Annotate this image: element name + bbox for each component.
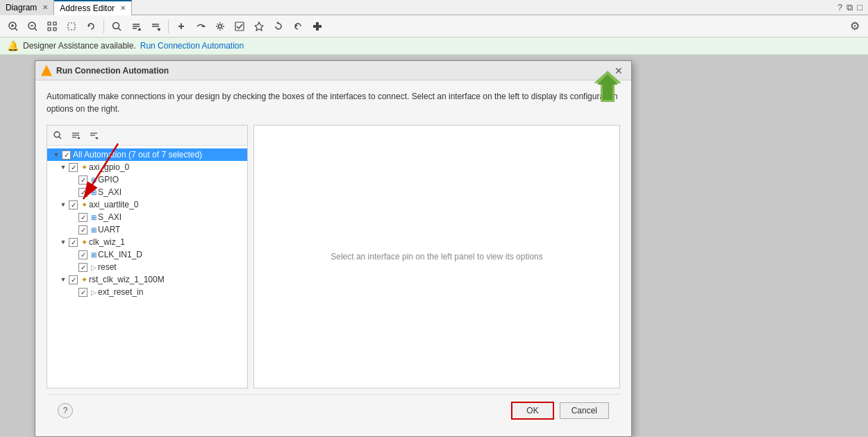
- rotate-button[interactable]: [82, 18, 100, 35]
- axi-gpio-0-arrow[interactable]: ▼: [60, 164, 67, 171]
- select-button[interactable]: [62, 18, 81, 35]
- saxi-gpio-checkbox[interactable]: [78, 188, 87, 197]
- uart-pin-icon: ⊞: [91, 226, 97, 234]
- clk-wiz-1-arrow[interactable]: ▼: [60, 239, 67, 246]
- svg-point-32: [54, 132, 60, 137]
- undo-button[interactable]: [289, 18, 307, 35]
- root-checkbox[interactable]: [62, 151, 71, 160]
- help-button[interactable]: ?: [58, 403, 73, 418]
- svg-point-13: [113, 22, 119, 28]
- svg-rect-11: [68, 23, 75, 30]
- left-panel-toolbar: [47, 126, 247, 146]
- rst-clk-wiz-arrow[interactable]: ▼: [60, 276, 67, 283]
- clk-wiz-1-icon: ✦: [81, 238, 87, 247]
- tree-item-uart[interactable]: ⊞ UART: [47, 223, 247, 236]
- dialog-titlebar: Run Connection Automation ✕: [35, 61, 631, 80]
- svg-rect-9: [48, 28, 51, 31]
- assist-icon: 🔔: [7, 40, 19, 51]
- tab-address-editor[interactable]: Address Editor ✕: [54, 0, 132, 15]
- left-panel-search-button[interactable]: [50, 128, 65, 142]
- main-area: Run Connection Automation ✕ Automaticall…: [0, 55, 868, 436]
- svg-rect-8: [53, 22, 56, 25]
- axi-uartlite-0-checkbox[interactable]: [69, 200, 78, 209]
- svg-rect-24: [235, 22, 244, 31]
- axi-gpio-0-icon: ✦: [81, 163, 87, 172]
- axi-gpio-0-checkbox[interactable]: [69, 163, 78, 172]
- zoom-in-button[interactable]: [4, 18, 22, 35]
- tree-item-reset[interactable]: ▷ reset: [47, 261, 247, 273]
- tab-bar-right: ? ⧉ □: [837, 2, 868, 13]
- svg-line-1: [15, 28, 17, 31]
- uart-label: UART: [98, 225, 120, 234]
- gpio-pin-icon: ⊞: [91, 176, 97, 184]
- tab-address-editor-close[interactable]: ✕: [120, 4, 126, 12]
- axi-uartlite-0-icon: ✦: [81, 200, 87, 209]
- tree-item-ext-reset-in[interactable]: ▷ ext_reset_in: [47, 286, 247, 298]
- axi-uartlite-0-arrow[interactable]: ▼: [60, 201, 67, 208]
- svg-line-33: [59, 137, 61, 139]
- tab-diagram-close[interactable]: ✕: [42, 3, 48, 11]
- left-panel-expand-button[interactable]: [86, 128, 101, 142]
- maximize-icon[interactable]: □: [857, 2, 862, 12]
- clk-wiz-1-checkbox[interactable]: [69, 238, 78, 247]
- rst-clk-wiz-checkbox[interactable]: [69, 275, 78, 284]
- tree-item-s-axi-gpio[interactable]: ⊞ S_AXI: [47, 186, 247, 198]
- vivado-logo: [594, 71, 621, 104]
- tab-diagram-label: Diagram: [6, 3, 37, 12]
- tree-item-gpio[interactable]: ⊞ GPIO: [47, 173, 247, 186]
- cross-button[interactable]: [308, 18, 326, 35]
- tree-item-axi-gpio-0[interactable]: ▼ ✦ axi_gpio_0: [47, 161, 247, 173]
- tree-item-s-axi-uart[interactable]: ⊞ S_AXI: [47, 211, 247, 223]
- ok-button[interactable]: OK: [511, 402, 553, 420]
- tree-item-root[interactable]: ▼ All Automation (7 out of 7 selected): [47, 148, 247, 161]
- reset-checkbox[interactable]: [78, 263, 87, 272]
- ext-reset-in-checkbox[interactable]: [78, 288, 87, 297]
- ext-reset-in-label: ext_reset_in: [98, 287, 143, 297]
- svg-marker-26: [276, 22, 278, 24]
- refresh-button[interactable]: [269, 18, 287, 35]
- uart-checkbox[interactable]: [78, 225, 87, 234]
- run-connection-link[interactable]: Run Connection Automation: [140, 41, 244, 51]
- zoom-out-button[interactable]: [24, 18, 42, 35]
- reset-pin-icon: ▷: [91, 264, 97, 271]
- svg-marker-21: [157, 28, 160, 31]
- tree-item-axi-uartlite-0[interactable]: ▼ ✦ axi_uartlite_0: [47, 198, 247, 211]
- expand-button[interactable]: [147, 18, 165, 35]
- svg-marker-25: [255, 22, 263, 31]
- gpio-checkbox[interactable]: [78, 175, 87, 185]
- clk-in1-d-checkbox[interactable]: [78, 250, 87, 259]
- add-button[interactable]: +: [172, 18, 190, 35]
- dialog-description: Automatically make connections in your d…: [47, 90, 620, 115]
- dialog-title-icon: [41, 65, 52, 76]
- toolbar-sep-1: [103, 19, 104, 33]
- dialog-title-text: Run Connection Automation: [56, 66, 608, 76]
- tab-diagram[interactable]: Diagram ✕: [0, 0, 54, 15]
- left-panel-collapse-button[interactable]: [68, 128, 83, 142]
- svg-line-14: [119, 28, 122, 31]
- saxi-gpio-pin-icon: ⊞: [91, 189, 97, 196]
- tree-item-rst-clk-wiz[interactable]: ▼ ✦ rst_clk_wiz_1_100M: [47, 273, 247, 286]
- root-arrow[interactable]: ▼: [53, 151, 60, 158]
- svg-rect-7: [48, 22, 51, 25]
- help-icon[interactable]: ?: [837, 2, 842, 12]
- pin-button[interactable]: [250, 18, 268, 35]
- tree-item-clk-wiz-1[interactable]: ▼ ✦ clk_wiz_1: [47, 236, 247, 248]
- connect-button[interactable]: [192, 18, 210, 35]
- right-panel-hint: Select an interface pin on the left pane…: [331, 252, 543, 262]
- gear-button[interactable]: ⚙: [846, 18, 864, 35]
- config-button[interactable]: [211, 18, 229, 35]
- collapse-button[interactable]: [127, 18, 145, 35]
- rst-clk-wiz-icon: ✦: [81, 275, 87, 284]
- tree-item-clk-in1-d[interactable]: ⊞ CLK_IN1_D: [47, 248, 247, 261]
- cancel-button[interactable]: Cancel: [560, 402, 609, 419]
- root-label: All Automation (7 out of 7 selected): [73, 150, 202, 160]
- assist-bar: 🔔 Designer Assistance available. Run Con…: [0, 37, 868, 55]
- validate-button[interactable]: [231, 18, 249, 35]
- search-button[interactable]: [108, 18, 126, 35]
- restore-icon[interactable]: ⧉: [846, 2, 853, 13]
- saxi-uart-checkbox[interactable]: [78, 213, 87, 222]
- fit-button[interactable]: [43, 18, 61, 35]
- clk-wiz-1-label: clk_wiz_1: [89, 237, 125, 247]
- svg-marker-37: [77, 137, 80, 139]
- gpio-label: GPIO: [98, 175, 119, 185]
